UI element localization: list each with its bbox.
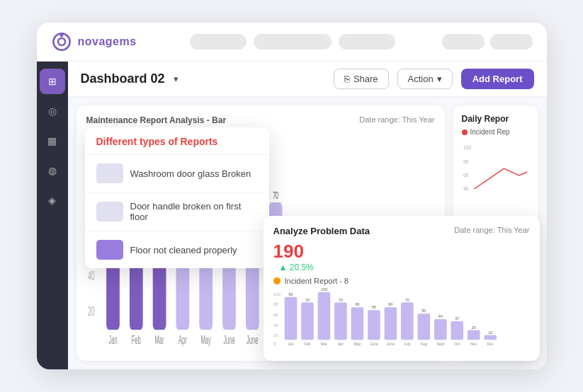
logo-area: novagems <box>51 31 143 52</box>
svg-text:20: 20 <box>471 325 475 330</box>
svg-text:70: 70 <box>338 298 342 302</box>
dropdown-item-1[interactable]: Washroom door glass Broken <box>85 155 269 192</box>
logo-text: novagems <box>78 35 137 48</box>
svg-text:40: 40 <box>88 270 94 283</box>
action-button[interactable]: Action ▾ <box>397 69 453 89</box>
nav-pill-1[interactable] <box>190 34 247 50</box>
svg-text:10: 10 <box>488 330 492 335</box>
svg-text:100: 100 <box>320 288 327 292</box>
analyze-legend: Incident Report - 8 <box>273 277 530 285</box>
sidebar: ⊞ ◎ ▦ ◍ ◈ <box>37 62 68 369</box>
svg-text:May: May <box>200 334 211 347</box>
svg-rect-78 <box>484 335 497 340</box>
nav-pills <box>154 34 431 50</box>
svg-text:70: 70 <box>305 298 309 302</box>
svg-text:80: 80 <box>463 159 468 164</box>
svg-text:Apr: Apr <box>178 334 186 347</box>
svg-text:40: 40 <box>438 314 442 318</box>
svg-text:100: 100 <box>463 145 470 150</box>
top-nav: novagems <box>37 23 547 62</box>
svg-text:June: June <box>223 334 234 347</box>
item-thumb-2 <box>96 202 123 221</box>
svg-rect-58 <box>317 292 330 340</box>
svg-text:60: 60 <box>355 302 359 306</box>
svg-text:70: 70 <box>404 298 409 302</box>
sidebar-item-calendar[interactable]: ▦ <box>40 128 65 154</box>
svg-text:55: 55 <box>371 305 375 309</box>
svg-text:Dec: Dec <box>487 342 494 346</box>
svg-rect-76 <box>467 330 480 340</box>
share-button[interactable]: ⎘ Share <box>334 69 389 89</box>
svg-text:37: 37 <box>455 316 459 321</box>
svg-rect-66 <box>384 307 397 340</box>
daily-report-legend: Incident Rep <box>462 128 530 136</box>
svg-rect-62 <box>351 307 363 340</box>
svg-text:50: 50 <box>421 309 426 313</box>
svg-text:100: 100 <box>273 292 281 296</box>
svg-text:Aug: Aug <box>420 342 427 346</box>
sidebar-item-dashboard[interactable]: ⊞ <box>40 69 65 94</box>
legend-dot-red <box>462 129 468 135</box>
svg-text:0: 0 <box>273 342 276 346</box>
chart-date-range: Date range: This Year <box>359 115 434 124</box>
dashboard-title: Dashboard 02 <box>81 71 165 86</box>
nav-pill-sm-2[interactable] <box>490 34 533 50</box>
nav-right <box>442 34 533 50</box>
item-thumb-1 <box>96 163 123 183</box>
chevron-down-icon[interactable]: ▾ <box>174 74 179 84</box>
nav-pill-sm-1[interactable] <box>442 34 485 50</box>
svg-rect-70 <box>417 313 430 340</box>
svg-text:40: 40 <box>463 186 468 191</box>
svg-text:Feb: Feb <box>304 342 310 346</box>
logo-icon <box>51 31 72 52</box>
item-thumb-3 <box>96 240 123 260</box>
svg-text:60: 60 <box>388 302 392 306</box>
svg-rect-54 <box>284 297 297 340</box>
svg-text:Apr: Apr <box>337 342 344 346</box>
sidebar-item-location[interactable]: ◍ <box>40 158 65 183</box>
svg-rect-60 <box>334 302 347 340</box>
add-report-button[interactable]: Add Report <box>461 69 534 89</box>
user-icon: ◈ <box>48 195 56 206</box>
dropdown-header: Different types of Reports <box>85 127 269 155</box>
grid-icon: ⊞ <box>48 76 57 87</box>
svg-text:Oct: Oct <box>454 342 460 346</box>
chart-title: Maintenance Report Analysis - Bar <box>86 115 227 125</box>
svg-rect-56 <box>301 302 314 340</box>
analyze-trend: ▲ 20.5% <box>279 263 530 272</box>
sidebar-item-user[interactable]: ◈ <box>40 188 65 213</box>
svg-rect-74 <box>451 321 463 340</box>
svg-rect-72 <box>434 319 446 340</box>
svg-text:July: July <box>404 342 411 346</box>
svg-text:20: 20 <box>88 305 94 318</box>
svg-text:Sept: Sept <box>436 342 445 346</box>
calendar-icon: ▦ <box>47 135 57 146</box>
chart-card-header: Maintenance Report Analysis - Bar Date r… <box>86 115 435 125</box>
daily-chart-svg: 100 80 60 40 <box>462 140 530 204</box>
svg-text:June: June <box>247 334 258 347</box>
dropdown-item-3[interactable]: Floor not cleaned properly <box>85 231 269 268</box>
analyze-date-range: Date range: This Year <box>454 226 529 234</box>
svg-rect-64 <box>368 310 380 340</box>
svg-text:60: 60 <box>273 313 278 317</box>
svg-text:Mar: Mar <box>320 342 327 346</box>
dropdown-item-2[interactable]: Door handle broken on first floor <box>85 192 269 231</box>
analyze-big-number: 190 <box>273 241 304 263</box>
daily-report-title: Daily Repor <box>462 114 530 124</box>
svg-text:May: May <box>353 342 361 346</box>
dashboard-header: Dashboard 02 ▾ ⎘ Share Action ▾ Add Repo… <box>68 62 547 97</box>
svg-text:Jan: Jan <box>288 342 294 346</box>
svg-text:Jan: Jan <box>108 334 117 347</box>
nav-pill-2[interactable] <box>254 34 332 50</box>
svg-text:Mar: Mar <box>154 334 164 347</box>
svg-text:80: 80 <box>288 292 293 296</box>
svg-text:80: 80 <box>273 302 278 306</box>
sidebar-item-search[interactable]: ◎ <box>40 98 65 124</box>
svg-text:June: June <box>370 342 378 346</box>
action-chevron-icon: ▾ <box>437 74 442 84</box>
dropdown-overlay: Different types of Reports Washroom door… <box>85 127 269 268</box>
nav-pill-3[interactable] <box>339 34 395 50</box>
svg-text:70: 70 <box>273 189 278 201</box>
main-card: novagems ⊞ ◎ ▦ ◍ <box>37 23 547 369</box>
svg-text:Nov: Nov <box>470 342 477 346</box>
